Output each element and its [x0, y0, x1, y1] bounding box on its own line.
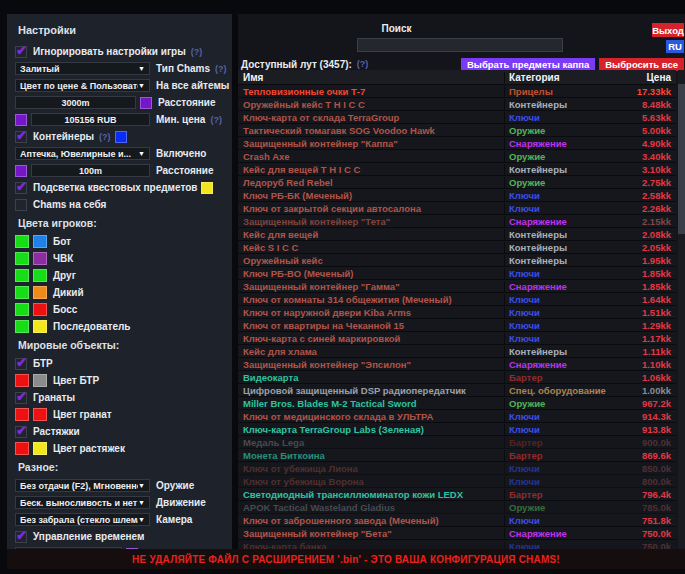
item-price: 1.51kk — [609, 307, 676, 318]
distance-input[interactable]: 3000m — [15, 96, 136, 109]
self-chams-checkbox[interactable] — [15, 199, 27, 211]
containers-distance-input[interactable]: 100m — [31, 164, 150, 177]
ignore-game-settings-checkbox[interactable] — [15, 46, 27, 58]
player-color-swatch-2[interactable] — [33, 252, 47, 265]
player-color-swatch-2[interactable] — [33, 303, 47, 316]
table-row[interactable]: Защищенный контейнер "Тета"Снаряжение2.1… — [238, 215, 676, 228]
table-row[interactable]: Медаль LegaБартер900.0k — [238, 436, 676, 449]
item-name: Ключ от комнаты 314 общежития (Меченый) — [238, 294, 504, 305]
table-row[interactable]: Ключ от наружной двери Kiba ArmsКлючи1.5… — [238, 306, 676, 319]
player-color-label: Босс — [53, 304, 77, 315]
table-row[interactable]: Монета БиткоинаБартер869.6k — [238, 449, 676, 462]
table-row[interactable]: APOK Tactical Wasteland GladiusОружие785… — [238, 501, 676, 514]
table-row[interactable]: Кейс S I C CКонтейнеры2.05kk — [238, 241, 676, 254]
player-color-label: Дикий — [53, 287, 84, 298]
ignore-game-settings-row: Игнорировать настройки игры (?) — [15, 45, 232, 58]
chams-type-select[interactable]: Залитый — [15, 62, 150, 75]
table-row[interactable]: Тепловизионные очки Т-7Прицелы17.33kk — [238, 85, 676, 98]
table-row[interactable]: Оружейный кейс T H I C CКонтейнеры8.48kk — [238, 98, 676, 111]
table-row[interactable]: Цифровой защищенный DSP радиопередатчикС… — [238, 384, 676, 397]
item-category: Бартер — [504, 450, 609, 461]
containers-filter-select[interactable]: Аптечка, Ювелирные и... — [15, 147, 150, 160]
player-color-swatch-1[interactable] — [15, 303, 29, 316]
scrollbar-thumb[interactable] — [678, 84, 685, 234]
language-button[interactable]: RU — [666, 40, 684, 53]
btr-checkbox[interactable] — [15, 358, 27, 370]
quest-highlight-checkbox[interactable] — [15, 182, 27, 194]
table-row[interactable]: Оружейный кейсКонтейнеры1.95kk — [238, 254, 676, 267]
containers-checkbox[interactable] — [15, 131, 27, 143]
column-header-price[interactable]: Цена — [609, 72, 676, 83]
column-header-name[interactable]: Имя — [238, 72, 504, 83]
player-color-swatch-2[interactable] — [33, 269, 47, 282]
player-color-label: Последователь — [53, 321, 131, 332]
table-row[interactable]: Светодиодный трансиллюминатор кожи LEDXБ… — [238, 488, 676, 501]
containers-color-swatch[interactable] — [115, 131, 127, 143]
movement-select[interactable]: Беск. выносливость и нет уста — [15, 496, 150, 509]
tripwire-color-swatch-2[interactable] — [33, 442, 47, 455]
table-row[interactable]: Ключ-карта от склада TerraGroupКлючи5.63… — [238, 111, 676, 124]
item-category: Снаряжение — [504, 359, 609, 370]
table-row[interactable]: ВидеокартаБартер1.06kk — [238, 371, 676, 384]
help-icon[interactable]: (?) — [215, 64, 227, 74]
player-color-swatch-1[interactable] — [15, 269, 29, 282]
distance-color-swatch[interactable] — [140, 97, 152, 109]
table-row[interactable]: Защищенный контейнер "Гамма"Снаряжение1.… — [238, 280, 676, 293]
table-row[interactable]: Защищенный контейнер "Каппа"Снаряжение4.… — [238, 137, 676, 150]
btr-color-swatch-1[interactable] — [15, 374, 29, 387]
color-mode-select[interactable]: Цвет по цене & Пользователь — [15, 79, 150, 92]
containers-distance-color-swatch[interactable] — [15, 165, 27, 177]
player-color-swatch-2[interactable] — [33, 235, 47, 248]
tripwire-color-swatch-1[interactable] — [15, 442, 29, 455]
player-color-swatch-1[interactable] — [15, 235, 29, 248]
table-row[interactable]: Ледоруб Red RebelОружие2.75kk — [238, 176, 676, 189]
table-row[interactable]: Кейс для хламаКонтейнеры1.11kk — [238, 345, 676, 358]
table-row[interactable]: Ключ от медицинского склада в УЛЬТРАКлюч… — [238, 410, 676, 423]
btr-color-swatch-2[interactable] — [33, 374, 47, 387]
table-row[interactable]: Защищенный контейнер "Бета"Снаряжение750… — [238, 527, 676, 540]
table-row[interactable]: Ключ от убежища ВоронаКлючи800.0k — [238, 475, 676, 488]
table-row[interactable]: Ключ-карта с синей маркировкойКлючи1.17k… — [238, 332, 676, 345]
search-input[interactable] — [357, 38, 563, 52]
player-color-swatch-2[interactable] — [33, 286, 47, 299]
player-color-swatch-2[interactable] — [33, 320, 47, 333]
drop-all-button[interactable]: Выбросить все — [599, 58, 684, 71]
table-row[interactable]: Защищенный контейнер "Эпсилон"Снаряжение… — [238, 358, 676, 371]
table-row[interactable]: Ключ от заброшенного завода (Меченый)Клю… — [238, 514, 676, 527]
player-color-swatch-1[interactable] — [15, 320, 29, 333]
table-row[interactable]: Тактический томагавк SOG Voodoo HawkОруж… — [238, 124, 676, 137]
time-control-checkbox[interactable] — [15, 531, 27, 543]
grenades-checkbox[interactable] — [15, 392, 27, 404]
weapon-select[interactable]: Без отдачи (F2), Мгновенное п — [15, 479, 150, 492]
player-color-swatch-1[interactable] — [15, 252, 29, 265]
grenade-color-swatch-1[interactable] — [15, 408, 29, 421]
table-row[interactable]: Ключ-карта TerraGroup Labs (Зеленая)Ключ… — [238, 423, 676, 436]
table-row[interactable]: Crash AxeОружие3.40kk — [238, 150, 676, 163]
scrollbar[interactable] — [678, 70, 685, 549]
exit-button[interactable]: Выход — [652, 23, 684, 37]
column-header-category[interactable]: Категория — [504, 72, 609, 83]
item-price: 3.40kk — [609, 151, 676, 162]
min-price-input[interactable]: 105156 RUB — [31, 113, 150, 126]
table-row[interactable]: Кейс для вещей T H I C CКонтейнеры3.10kk — [238, 163, 676, 176]
table-row[interactable]: Кейс для вещейКонтейнеры2.08kk — [238, 228, 676, 241]
grenade-color-swatch-2[interactable] — [33, 408, 47, 421]
help-icon[interactable]: (?) — [357, 59, 369, 69]
table-row[interactable]: Ключ-карта банкаКлючи750.0k — [238, 540, 676, 549]
table-row[interactable]: Ключ от убежища ЛионаКлючи850.0k — [238, 462, 676, 475]
quest-highlight-color-swatch[interactable] — [201, 182, 213, 194]
min-price-color-swatch[interactable] — [15, 114, 27, 126]
table-row[interactable]: Ключ РБ-БК (Меченый)Ключи2.58kk — [238, 189, 676, 202]
select-kappa-button[interactable]: Выбрать предметы каппа — [461, 58, 595, 71]
player-color-swatch-1[interactable] — [15, 286, 29, 299]
table-row[interactable]: Ключ РБ-ВО (Меченый)Ключи1.85kk — [238, 267, 676, 280]
table-row[interactable]: Miller Bros. Blades M-2 Tactical SwordОр… — [238, 397, 676, 410]
table-row[interactable]: Ключ от комнаты 314 общежития (Меченый)К… — [238, 293, 676, 306]
tripwires-checkbox[interactable] — [15, 426, 27, 438]
camera-select[interactable]: Без забрала (стекло шлема) — [15, 513, 150, 526]
help-icon[interactable]: (?) — [99, 132, 111, 142]
table-row[interactable]: Ключ от закрытой секции автосалонаКлючи2… — [238, 202, 676, 215]
help-icon[interactable]: (?) — [191, 47, 203, 57]
help-icon[interactable]: (?) — [210, 115, 222, 125]
table-row[interactable]: Ключ от квартиры на Чеканной 15Ключи1.29… — [238, 319, 676, 332]
